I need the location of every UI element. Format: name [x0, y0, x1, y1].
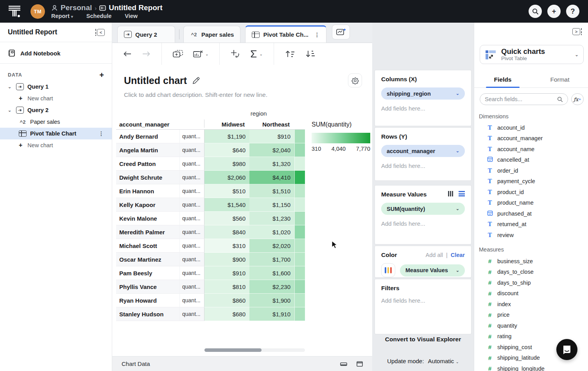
- update-mode-control[interactable]: Update mode: Automatic ⌄: [372, 358, 474, 364]
- edit-pencil-icon[interactable]: [192, 77, 200, 84]
- cell-northeast[interactable]: $1,700: [249, 253, 294, 266]
- undo-button[interactable]: [123, 51, 132, 57]
- tab-paper-sales[interactable]: ^2 Paper sales: [183, 26, 240, 43]
- field-item-review[interactable]: Treview: [474, 230, 588, 241]
- row-label[interactable]: Angela Martin: [116, 143, 180, 157]
- column-header-midwest[interactable]: Midwest: [204, 121, 249, 128]
- field-item-purchased_at[interactable]: purchased_at: [474, 208, 588, 219]
- cell-northeast[interactable]: $2,040: [249, 143, 294, 157]
- redo-button[interactable]: [142, 51, 151, 57]
- search-fields-input[interactable]: Search fields...: [480, 93, 568, 105]
- color-palette-button[interactable]: [381, 263, 395, 277]
- field-item-payment_cycle[interactable]: Tpayment_cycle: [474, 176, 588, 187]
- chart-title[interactable]: Untitled chart: [124, 75, 187, 86]
- cell-northeast[interactable]: $1,910: [249, 307, 294, 321]
- cell-midwest[interactable]: $840: [204, 225, 249, 239]
- quick-charts-selector[interactable]: Quick charts Pivot Table ⌄: [480, 45, 584, 64]
- cell-northeast[interactable]: $1,230: [249, 212, 294, 225]
- sidebar-item-pivot-table-chart[interactable]: Pivot Table Chart ⋮: [0, 128, 112, 139]
- sort-descending-button[interactable]: [305, 50, 316, 58]
- field-item-shipping_longitude[interactable]: #shipping_longitude: [474, 363, 588, 371]
- horizontal-scrollbar[interactable]: [204, 348, 305, 352]
- field-item-quantity[interactable]: #quantity: [474, 320, 588, 331]
- new-chart-tab-button[interactable]: [332, 25, 350, 39]
- cell-northeast[interactable]: $2,230: [249, 280, 294, 294]
- row-label[interactable]: Erin Hannon: [116, 184, 180, 198]
- help-button[interactable]: ?: [566, 5, 579, 18]
- cell-midwest[interactable]: $810: [204, 280, 249, 294]
- add-data-button[interactable]: +: [99, 73, 104, 77]
- row-label[interactable]: Michael Scott: [116, 239, 180, 253]
- cell-midwest[interactable]: $1,190: [204, 130, 249, 143]
- sidebar-item-query2[interactable]: ⌄ -∗ Query 2: [0, 104, 112, 116]
- sort-ascending-button[interactable]: [285, 50, 295, 58]
- pill-account-manager[interactable]: account_manager⌄: [381, 145, 465, 157]
- chart-settings-button[interactable]: [348, 73, 362, 87]
- add-formula-button[interactable]: ƒx+: [571, 93, 584, 105]
- search-button[interactable]: [529, 5, 542, 18]
- cell-northeast[interactable]: $1,510: [249, 184, 294, 198]
- field-item-product_name[interactable]: Tproduct_name: [474, 198, 588, 209]
- sidebar-item-new-chart-2[interactable]: +New chart: [0, 139, 112, 151]
- cell-northeast[interactable]: $1,600: [249, 266, 294, 280]
- field-item-product_id[interactable]: Tproduct_id: [474, 187, 588, 198]
- menu-schedule[interactable]: Schedule: [86, 13, 111, 19]
- field-item-account_manager[interactable]: Taccount_manager: [474, 133, 588, 144]
- row-label[interactable]: Oscar Martinez: [116, 253, 180, 266]
- chart-description-placeholder[interactable]: Click to add chart description. Shift-en…: [112, 87, 372, 98]
- cell-midwest[interactable]: $900: [204, 253, 249, 266]
- field-item-returned_at[interactable]: Treturned_at: [474, 219, 588, 230]
- cell-northeast[interactable]: $910: [249, 130, 294, 143]
- tab-format[interactable]: Format: [531, 72, 588, 87]
- app-logo-icon[interactable]: [8, 5, 21, 18]
- columns-x-placeholder[interactable]: Add fields here...: [381, 105, 465, 112]
- field-item-days_to_ship[interactable]: #days_to_ship: [474, 277, 588, 288]
- measure-values-placeholder[interactable]: Add fields here...: [381, 220, 465, 227]
- cell-northeast[interactable]: $1,900: [249, 294, 294, 307]
- cell-midwest[interactable]: $860: [204, 294, 249, 307]
- row-label[interactable]: Dwight Schrute: [116, 171, 180, 184]
- field-item-price[interactable]: #price: [474, 310, 588, 321]
- scrollbar-thumb[interactable]: [204, 348, 262, 352]
- cell-midwest[interactable]: $310: [204, 239, 249, 253]
- row-label[interactable]: Ryan Howard: [116, 294, 180, 307]
- pill-sum-quantity[interactable]: SUM(quantity)⌄: [381, 203, 465, 215]
- chevron-down-icon[interactable]: ⌄: [8, 84, 13, 89]
- collapse-panel-icon[interactable]: [340, 361, 347, 367]
- field-item-days_to_close[interactable]: #days_to_close: [474, 267, 588, 278]
- row-dimension-header[interactable]: account_manager: [116, 121, 180, 128]
- cell-midwest[interactable]: $680: [204, 307, 249, 321]
- cell-northeast[interactable]: $1,020: [249, 225, 294, 239]
- aggregate-button[interactable]: ⌄: [250, 50, 262, 58]
- tab-fields[interactable]: Fields: [474, 72, 531, 87]
- row-label[interactable]: Pam Beesly: [116, 266, 180, 280]
- field-item-discount[interactable]: #discount: [474, 288, 588, 299]
- menu-view[interactable]: View: [125, 13, 138, 19]
- sidebar-item-new-chart-1[interactable]: +New chart: [0, 93, 112, 104]
- pill-color-measure-values[interactable]: Measure Values⌄: [400, 264, 465, 276]
- add-button[interactable]: +: [547, 5, 561, 18]
- report-title-crumb[interactable]: Untitled Report: [109, 4, 162, 12]
- cell-midwest[interactable]: $1,540: [204, 198, 249, 212]
- chat-support-button[interactable]: [556, 339, 577, 360]
- more-options-icon[interactable]: ⋮: [99, 130, 104, 137]
- field-item-account_id[interactable]: Taccount_id: [474, 122, 588, 133]
- tab-pivot-table-chart[interactable]: Pivot Table Ch... ⋮: [245, 25, 326, 43]
- field-item-account_name[interactable]: Taccount_name: [474, 144, 588, 155]
- add-all-link[interactable]: Add all: [426, 252, 443, 258]
- cell-northeast[interactable]: $1,320: [249, 157, 294, 171]
- tab-query2[interactable]: -∗ Query 2: [117, 26, 175, 43]
- menu-report[interactable]: Report ▾: [51, 13, 73, 19]
- cell-midwest[interactable]: $2,060: [204, 171, 249, 184]
- avatar[interactable]: TM: [30, 4, 45, 19]
- cell-midwest[interactable]: $910: [204, 266, 249, 280]
- rows-y-placeholder[interactable]: Add fields here...: [381, 162, 465, 169]
- row-label[interactable]: Stanley Hudson: [116, 307, 180, 321]
- update-mode-value[interactable]: Automatic: [428, 358, 454, 364]
- field-item-business_size[interactable]: #business_size: [474, 256, 588, 267]
- rows-layout-icon[interactable]: [459, 191, 465, 196]
- tab-options-icon[interactable]: ⋮: [314, 32, 320, 38]
- field-item-order_id[interactable]: Torder_id: [474, 165, 588, 176]
- sidebar-item-paper-sales[interactable]: ^2 Paper sales: [0, 116, 112, 128]
- row-label[interactable]: Andy Bernard: [116, 130, 180, 143]
